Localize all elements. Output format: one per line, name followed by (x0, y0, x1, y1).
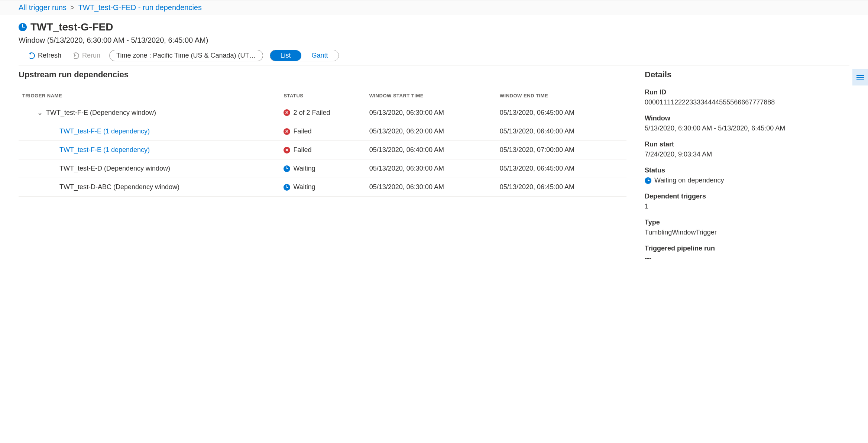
status-label: Status (645, 166, 849, 174)
type-label: Type (645, 219, 849, 226)
status-text: Failed (293, 127, 311, 135)
window-start: 05/13/2020, 06:30:00 AM (366, 159, 496, 178)
window-start: 05/13/2020, 06:20:00 AM (366, 122, 496, 141)
view-gantt-button[interactable]: Gantt (301, 50, 339, 61)
run-id-value: 00001111222233334444555566667777888 (645, 98, 849, 106)
triggered-pipeline-value: --- (645, 255, 849, 262)
table-row[interactable]: TWT_test-F-E (1 dependency)✕Failed05/13/… (19, 141, 626, 159)
col-trigger-name[interactable]: TRIGGER NAME (19, 88, 280, 103)
col-window-end[interactable]: WINDOW END TIME (496, 88, 626, 103)
window-range-text: Window (5/13/2020, 6:30:00 AM - 5/13/202… (19, 36, 849, 45)
chevron-down-icon[interactable]: ⌄ (37, 109, 42, 117)
page-title: TWT_test-G-FED (30, 21, 113, 33)
timezone-selector[interactable]: Time zone : Pacific Time (US & Canada) (… (109, 50, 263, 61)
dependent-triggers-label: Dependent triggers (645, 193, 849, 200)
status-text: Failed (293, 146, 311, 154)
breadcrumb-separator: > (70, 3, 75, 12)
window-end: 05/13/2020, 06:40:00 AM (496, 122, 626, 141)
run-start-label: Run start (645, 140, 849, 148)
dependencies-table: TRIGGER NAME STATUS WINDOW START TIME WI… (19, 88, 626, 197)
toolbar: Refresh Rerun Time zone : Pacific Time (… (19, 50, 849, 65)
window-end: 05/13/2020, 06:45:00 AM (496, 178, 626, 197)
trigger-name: TWT_test-D-ABC (Dependency window) (59, 183, 179, 191)
trigger-name: TWT_test-E-D (Dependency window) (59, 165, 170, 172)
window-end: 05/13/2020, 06:45:00 AM (496, 159, 626, 178)
run-id-label: Run ID (645, 88, 849, 96)
dependent-triggers-value: 1 (645, 203, 849, 210)
window-start: 05/13/2020, 06:30:00 AM (366, 103, 496, 122)
settings-button[interactable] (852, 69, 868, 85)
window-end: 05/13/2020, 06:45:00 AM (496, 103, 626, 122)
clock-icon (284, 184, 290, 191)
clock-icon (19, 23, 27, 31)
status-text: Waiting (293, 183, 315, 191)
window-value: 5/13/2020, 6:30:00 AM - 5/13/2020, 6:45:… (645, 125, 849, 132)
refresh-icon (28, 52, 35, 59)
view-toggle: List Gantt (270, 50, 339, 61)
run-start-value: 7/24/2020, 9:03:34 AM (645, 151, 849, 158)
clock-icon (284, 165, 290, 172)
trigger-name[interactable]: TWT_test-F-E (1 dependency) (59, 127, 150, 135)
table-row[interactable]: TWT_test-E-D (Dependency window)Waiting0… (19, 159, 626, 178)
breadcrumb: All trigger runs > TWT_test-G-FED - run … (0, 0, 868, 15)
details-title: Details (645, 70, 849, 80)
status-text: 2 of 2 Failed (293, 109, 330, 117)
status-value: Waiting on dependency (654, 177, 724, 184)
status-text: Waiting (293, 165, 315, 172)
window-end: 05/13/2020, 07:00:00 AM (496, 141, 626, 159)
rerun-label: Rerun (82, 52, 100, 59)
col-window-start[interactable]: WINDOW START TIME (366, 88, 496, 103)
table-row[interactable]: TWT_test-F-E (1 dependency)✕Failed05/13/… (19, 122, 626, 141)
refresh-button[interactable]: Refresh (26, 50, 64, 61)
window-label: Window (645, 114, 849, 122)
window-start: 05/13/2020, 06:30:00 AM (366, 178, 496, 197)
table-row[interactable]: TWT_test-D-ABC (Dependency window)Waitin… (19, 178, 626, 197)
view-list-button[interactable]: List (270, 50, 301, 61)
breadcrumb-current[interactable]: TWT_test-G-FED - run dependencies (78, 3, 202, 12)
upstream-section-title: Upstream run dependencies (19, 70, 626, 80)
rerun-button[interactable]: Rerun (70, 50, 103, 61)
window-start: 05/13/2020, 06:40:00 AM (366, 141, 496, 159)
breadcrumb-root[interactable]: All trigger runs (19, 3, 67, 12)
page-title-row: TWT_test-G-FED (19, 21, 849, 33)
refresh-label: Refresh (38, 52, 61, 59)
clock-icon (645, 177, 651, 184)
triggered-pipeline-label: Triggered pipeline run (645, 245, 849, 252)
details-panel: Details Run ID 0000111122223333444455556… (634, 65, 849, 278)
rerun-icon (72, 52, 79, 59)
error-icon: ✕ (284, 147, 290, 153)
type-value: TumblingWindowTrigger (645, 229, 849, 236)
error-icon: ✕ (284, 128, 290, 135)
col-status[interactable]: STATUS (280, 88, 365, 103)
sliders-icon (856, 74, 864, 80)
error-icon: ✕ (284, 109, 290, 116)
trigger-name[interactable]: TWT_test-F-E (1 dependency) (59, 146, 150, 154)
trigger-name: TWT_test-F-E (Dependency window) (46, 109, 156, 117)
table-row[interactable]: ⌄TWT_test-F-E (Dependency window)✕2 of 2… (19, 103, 626, 122)
